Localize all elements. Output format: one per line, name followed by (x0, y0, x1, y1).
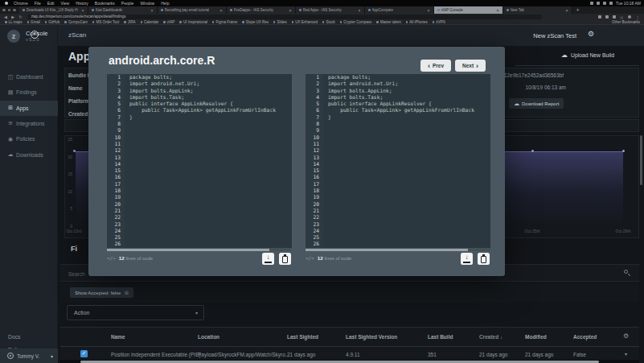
bookmark-gmail[interactable]: Gmail (27, 20, 40, 24)
status-icon[interactable] (590, 2, 593, 5)
address-bar[interactable]: ziap.dev.zimperium.com/console/zscan/app… (27, 14, 542, 19)
tab-close-icon[interactable]: × (220, 8, 223, 13)
bookmark-master-talent[interactable]: Master talent (376, 20, 401, 24)
bookmark-slides[interactable]: Slides (273, 20, 287, 24)
sidebar-item-apps[interactable]: ⊞Apps (0, 101, 58, 116)
bookmark-github[interactable]: GitHub (45, 20, 60, 24)
column-header-created[interactable]: Created ↓ (479, 334, 502, 340)
browser-tab-downloads-ui-kits-ux-reply-h[interactable]: Downloads UI Kits _UX Reply H× (19, 6, 88, 14)
action-dropdown[interactable]: Action ▾ (67, 305, 204, 320)
code-panel-left[interactable]: 1234567891011121314151617181920212223242… (107, 74, 292, 248)
next-button[interactable]: Next › (455, 60, 486, 72)
bookmark-stock[interactable]: Stock (322, 20, 335, 24)
menu-item-edit[interactable]: Edit (47, 1, 55, 6)
sidebar-item-dashboard[interactable]: ◫Dashboard (0, 69, 58, 85)
scrollbar-thumb[interactable] (107, 249, 269, 251)
extension-icon[interactable] (598, 15, 601, 19)
menu-item-file[interactable]: File (35, 1, 41, 6)
table-settings-gear-icon[interactable]: ⚙ (623, 332, 629, 340)
scrollbar-thumb[interactable] (80, 361, 599, 363)
status-icon[interactable] (609, 2, 613, 5)
download-report-button[interactable]: ☁ Download Report (509, 98, 564, 109)
copy-code-button[interactable] (478, 253, 490, 265)
account-avatar-icon[interactable] (31, 31, 39, 39)
menu-item-chrome[interactable]: Chrome (14, 1, 28, 6)
menu-item-bookmarks[interactable]: Bookmarks (95, 1, 115, 6)
menu-item-help[interactable]: Help (161, 1, 169, 6)
new-tab-button[interactable]: + (572, 7, 584, 13)
upload-new-build-button[interactable]: ☁ Upload New Build (561, 49, 614, 61)
browser-tab-kiwi-dashboards[interactable]: Kiwi Dashboards× (88, 6, 158, 14)
extension-icon[interactable] (605, 15, 609, 19)
window-close-button[interactable] (2, 9, 6, 12)
bookmark-compucam[interactable]: CompuCam (64, 20, 88, 24)
profile-icon[interactable] (628, 15, 631, 19)
horizontal-scrollbar[interactable] (60, 360, 639, 363)
tab-close-icon[interactable]: × (151, 8, 154, 13)
remove-filter-icon[interactable]: ⊗ (124, 290, 129, 296)
browser-menu-icon[interactable]: ⋮ (635, 14, 640, 20)
browser-tab-recrafting-pay-email-tutorial[interactable]: Recrafting pay email tutorial× (158, 6, 227, 14)
bookmark-calendar[interactable]: Calendar (141, 20, 159, 24)
download-code-button[interactable]: ↓ (461, 253, 473, 265)
bookmark-ux-enhanced[interactable]: UX Enhanced (292, 20, 318, 24)
row-expand-chevron-icon[interactable]: ▾ (625, 351, 627, 357)
browser-tab-appcompare[interactable]: AppCompare× (365, 6, 434, 14)
bookmark-ll-maps[interactable]: LL maps (5, 20, 23, 24)
sidebar-user-menu[interactable]: Tommy V. ▾ (0, 349, 58, 363)
tab-close-icon[interactable]: × (497, 8, 499, 13)
bookmark-ms-order-tool[interactable]: MS Order Tool (92, 20, 119, 24)
sidebar-item-integrations[interactable]: ≡Integrations (0, 116, 58, 131)
extension-icon[interactable] (613, 15, 616, 19)
column-header-location[interactable]: Location (198, 334, 219, 340)
sidebar-item-findings[interactable]: ▤Findings (0, 85, 58, 100)
prev-button[interactable]: ‹ Prev (420, 60, 451, 72)
vertical-scrollbar-thumb[interactable] (640, 135, 642, 185)
tab-close-icon[interactable]: × (289, 8, 292, 13)
bookmark-all-iphones[interactable]: All iPhones (406, 20, 428, 24)
browser-tab-ziap-console[interactable]: zIAP Console× (434, 6, 503, 14)
bookmark-star-icon[interactable]: ☆ (620, 14, 624, 20)
other-bookmarks[interactable]: Other Bookmarks (612, 20, 644, 24)
tab-close-icon[interactable]: × (566, 8, 568, 13)
code-panel-right[interactable]: 1234567891011121314151617181920212223242… (306, 74, 490, 248)
window-minimize-button[interactable] (8, 9, 11, 12)
window-zoom-button[interactable] (13, 9, 16, 12)
column-header-name[interactable]: Name (111, 334, 125, 340)
tab-close-icon[interactable]: × (428, 8, 430, 13)
status-icon[interactable] (603, 2, 606, 5)
menu-item-view[interactable]: View (60, 1, 69, 6)
sidebar-item-policies[interactable]: ◉Policies (0, 131, 58, 146)
code-hscrollbar[interactable] (107, 248, 292, 251)
tab-close-icon[interactable]: × (82, 8, 84, 13)
download-code-button[interactable]: ↓ (262, 253, 274, 265)
column-header-accepted[interactable]: Accepted (573, 334, 597, 340)
column-header-last-build[interactable]: Last Build (428, 334, 453, 340)
browser-tab-new-tab[interactable]: New Tab× (503, 6, 572, 14)
settings-gear-icon[interactable]: ⚙ (588, 30, 594, 38)
row-checkbox[interactable]: ✓ (80, 350, 88, 357)
bookmark-figma-frame[interactable]: Figma Frame (212, 20, 237, 24)
sidebar-link-docs[interactable]: Docs (8, 334, 21, 340)
apple-menu-icon[interactable] (5, 2, 8, 5)
search-icon[interactable] (624, 270, 628, 274)
scrollbar-thumb[interactable] (306, 249, 468, 251)
tab-close-icon[interactable]: × (359, 8, 361, 13)
browser-tab-red-apps-ias-security[interactable]: Red Apps - IAS Security× (296, 6, 365, 14)
bookmark-slope-ux-res[interactable]: Slope UX Res (242, 20, 269, 24)
browser-tab-firedapps-ias-security[interactable]: FireDapps - IAS Security× (227, 6, 296, 14)
show-accepted-filter-chip[interactable]: Show Accepted: false ⊗ (70, 287, 133, 298)
menu-item-history[interactable]: History (76, 1, 88, 6)
code-hscrollbar[interactable] (306, 248, 490, 251)
browser-nav-buttons[interactable]: ◀ ▶ ↻ (4, 14, 24, 19)
menu-item-people[interactable]: People (121, 1, 134, 6)
bookmark-jira[interactable]: JIRA (124, 20, 135, 24)
status-icon[interactable] (597, 2, 600, 5)
column-header-modified[interactable]: Modified (525, 334, 547, 340)
sidebar-item-downloads[interactable]: ☁Downloads (0, 147, 58, 163)
bookmark-ui-inspirational[interactable]: UI Inspirational (179, 20, 207, 24)
bookmark-ziap[interactable]: zIAP (163, 20, 174, 24)
column-header-last-sighted[interactable]: Last Sighted (287, 334, 318, 340)
bookmark-crypter-compass[interactable]: Crypter Compass (340, 20, 372, 24)
copy-code-button[interactable] (279, 253, 291, 265)
